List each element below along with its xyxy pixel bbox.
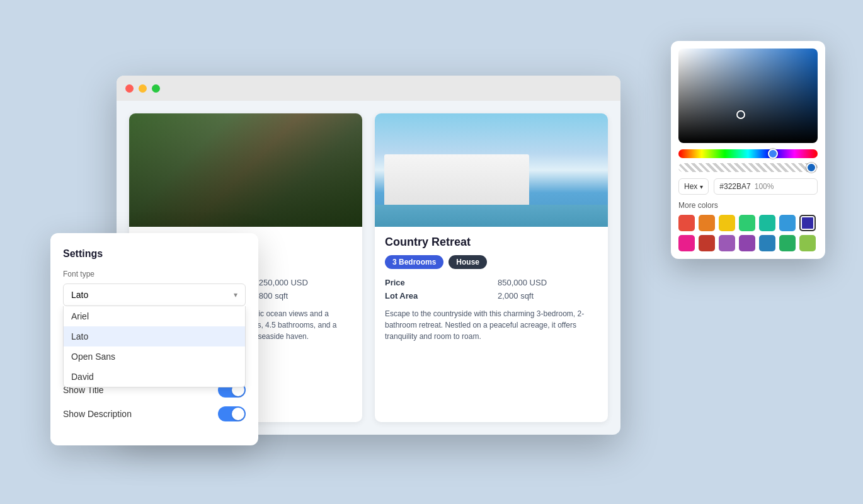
swatch-indigo[interactable]: [799, 215, 816, 231]
font-option-lato[interactable]: Lato: [64, 326, 245, 346]
swatch-blue[interactable]: [779, 215, 796, 231]
hex-format-label: Hex: [684, 182, 697, 191]
color-picker-cursor: [736, 110, 745, 119]
maximize-dot[interactable]: [152, 84, 160, 93]
card-image-1: [129, 113, 362, 227]
swatch-teal[interactable]: [759, 215, 775, 231]
show-description-row: Show Description: [63, 406, 246, 421]
card-body-2: Country Retreat 3 Bedrooms House Price 8…: [375, 227, 608, 351]
hex-format-chevron-icon: ▾: [700, 183, 703, 190]
settings-panel: Settings Font type Lato ▾ Ariel Lato Ope…: [50, 233, 258, 445]
window-titlebar: [117, 76, 620, 101]
more-colors-label: More colors: [678, 201, 818, 210]
card-description-2: Escape to the countryside with this char…: [385, 308, 598, 342]
font-option-david[interactable]: David: [64, 367, 245, 387]
card-tags-2: 3 Bedrooms House: [385, 255, 598, 269]
hue-thumb: [768, 149, 778, 159]
font-select-wrapper: Lato ▾ Ariel Lato Open Sans David: [63, 284, 246, 306]
lot-label-2: Lot Area: [385, 291, 485, 301]
card-details-2: Price 850,000 USD Lot Area 2,000 sqft: [385, 278, 598, 301]
swatch-orange[interactable]: [699, 215, 715, 231]
lot-value-1: 3,800 sqft: [252, 291, 352, 301]
swatch-row-2: [678, 235, 818, 251]
price-value-2: 850,000 USD: [498, 278, 598, 287]
tag-bedrooms-2: 3 Bedrooms: [385, 255, 443, 269]
swatch-purple-light[interactable]: [719, 235, 735, 251]
price-label-2: Price: [385, 278, 485, 287]
font-type-label: Font type: [63, 270, 246, 278]
swatch-emerald[interactable]: [779, 235, 796, 251]
show-description-toggle[interactable]: [218, 406, 246, 421]
close-dot[interactable]: [125, 84, 134, 93]
font-option-ariel[interactable]: Ariel: [64, 306, 245, 326]
swatch-pink[interactable]: [678, 235, 695, 251]
font-select-display[interactable]: Lato ▾: [63, 284, 246, 306]
swatch-crimson[interactable]: [699, 235, 715, 251]
hex-row: Hex ▾ #322BA7 100%: [678, 178, 818, 195]
font-selected-value: Lato: [71, 290, 88, 300]
hex-value: #322BA7: [719, 182, 750, 191]
tag-type-2: House: [449, 255, 487, 269]
swatch-row-1: [678, 215, 818, 231]
color-gradient-area[interactable]: [678, 49, 818, 143]
show-description-label: Show Description: [63, 409, 132, 419]
swatch-green[interactable]: [739, 215, 755, 231]
font-option-opensans[interactable]: Open Sans: [64, 346, 245, 367]
swatch-purple-dark[interactable]: [739, 235, 755, 251]
property-card-2: Country Retreat 3 Bedrooms House Price 8…: [375, 113, 608, 422]
hex-value-input[interactable]: #322BA7 100%: [714, 178, 818, 195]
card-title-2: Country Retreat: [385, 236, 598, 249]
swatch-lime[interactable]: [799, 235, 816, 251]
lot-value-2: 2,000 sqft: [498, 291, 598, 301]
opacity-value: 100%: [755, 182, 774, 191]
alpha-slider[interactable]: [678, 163, 818, 172]
color-picker-panel: Hex ▾ #322BA7 100% More colors: [671, 41, 825, 259]
chevron-down-icon: ▾: [234, 290, 237, 299]
hex-format-select[interactable]: Hex ▾: [678, 178, 709, 195]
swatch-yellow[interactable]: [719, 215, 735, 231]
settings-title: Settings: [63, 248, 246, 260]
swatch-red[interactable]: [678, 215, 695, 231]
card-image-2: [375, 113, 608, 227]
price-value-1: 2,250,000 USD: [252, 278, 352, 287]
color-swatches: [678, 215, 818, 251]
alpha-thumb: [806, 163, 816, 173]
swatch-sky[interactable]: [759, 235, 775, 251]
hue-slider[interactable]: [678, 149, 818, 158]
font-dropdown: Ariel Lato Open Sans David: [63, 306, 246, 387]
minimize-dot[interactable]: [139, 84, 147, 93]
